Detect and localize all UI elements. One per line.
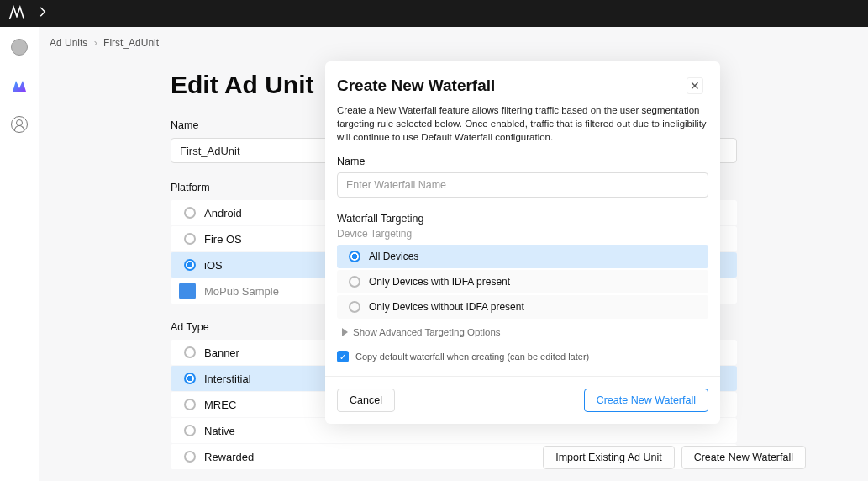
radio-icon <box>184 451 196 462</box>
device-label-noidfa: Only Devices without IDFA present <box>369 301 524 313</box>
radio-on-icon <box>349 251 360 262</box>
copy-default-label: Copy default waterfall when creating (ca… <box>355 352 589 362</box>
platform-label-sample: MoPub Sample <box>204 285 279 298</box>
create-waterfall-label: Create New Waterfall <box>597 394 696 406</box>
modal-title: Create New Waterfall <box>337 77 495 95</box>
radio-icon <box>184 425 196 436</box>
side-nav <box>0 27 39 481</box>
platform-label-android: Android <box>204 207 242 219</box>
cancel-button[interactable]: Cancel <box>337 388 395 412</box>
radio-icon <box>184 233 196 245</box>
device-option-noidfa[interactable]: Only Devices without IDFA present <box>337 295 708 319</box>
adtype-label-mrec: MREC <box>204 399 236 411</box>
device-option-all[interactable]: All Devices <box>337 245 708 268</box>
brand-m-icon[interactable] <box>11 77 28 94</box>
triangle-right-icon <box>342 328 348 336</box>
chevron-right-icon: › <box>94 37 97 49</box>
waterfall-name-label: Name <box>337 156 708 167</box>
chevron-right-icon[interactable] <box>37 3 49 24</box>
radio-icon <box>184 346 196 358</box>
import-existing-button[interactable]: Import Existing Ad Unit <box>543 446 674 469</box>
radio-icon <box>184 399 196 410</box>
cancel-label: Cancel <box>350 394 382 406</box>
close-icon: ✕ <box>690 79 700 92</box>
create-waterfall-modal: Create New Waterfall ✕ Create a New Wate… <box>325 61 720 424</box>
modal-description: Create a New Waterfall feature allows fi… <box>337 103 708 144</box>
avatar[interactable] <box>11 39 28 56</box>
breadcrumb-current: First_AdUnit <box>103 37 159 49</box>
adtype-label-interstitial: Interstitial <box>204 373 251 385</box>
user-icon[interactable] <box>11 116 28 133</box>
radio-icon <box>349 276 360 288</box>
adtype-label-rewarded: Rewarded <box>204 451 254 463</box>
advanced-targeting-toggle[interactable]: Show Advanced Targeting Options <box>337 327 708 337</box>
adtype-label-native: Native <box>204 425 235 437</box>
device-option-idfa[interactable]: Only Devices with IDFA present <box>337 270 708 293</box>
radio-icon <box>184 207 196 219</box>
create-waterfall-footer-button[interactable]: Create New Waterfall <box>681 446 806 469</box>
radio-icon <box>349 301 360 313</box>
checkbox-checked-icon: ✓ <box>337 351 349 362</box>
copy-default-checkbox-row[interactable]: ✓ Copy default waterfall when creating (… <box>337 351 708 362</box>
import-existing-label: Import Existing Ad Unit <box>555 452 661 463</box>
adunit-name-value: First_AdUnit <box>180 145 240 157</box>
advanced-targeting-label: Show Advanced Targeting Options <box>353 327 501 337</box>
radio-on-icon <box>184 259 196 271</box>
adtype-label-banner: Banner <box>204 346 239 359</box>
device-label-idfa: Only Devices with IDFA present <box>369 276 510 288</box>
waterfall-targeting-label: Waterfall Targeting <box>337 213 708 225</box>
create-waterfall-footer-label: Create New Waterfall <box>694 452 793 463</box>
platform-label-ios: iOS <box>204 259 223 272</box>
app-logo-icon <box>7 3 27 24</box>
top-bar <box>0 0 868 27</box>
breadcrumb: Ad Units › First_AdUnit <box>39 27 868 49</box>
waterfall-name-input[interactable] <box>337 172 708 198</box>
app-icon <box>179 283 196 299</box>
breadcrumb-root[interactable]: Ad Units <box>50 37 87 49</box>
create-waterfall-button[interactable]: Create New Waterfall <box>584 388 708 412</box>
platform-label-fireos: Fire OS <box>204 233 242 246</box>
close-button[interactable]: ✕ <box>687 77 703 94</box>
radio-on-icon <box>184 373 196 384</box>
device-label-all: All Devices <box>369 251 418 262</box>
device-targeting-label: Device Targeting <box>337 228 708 240</box>
